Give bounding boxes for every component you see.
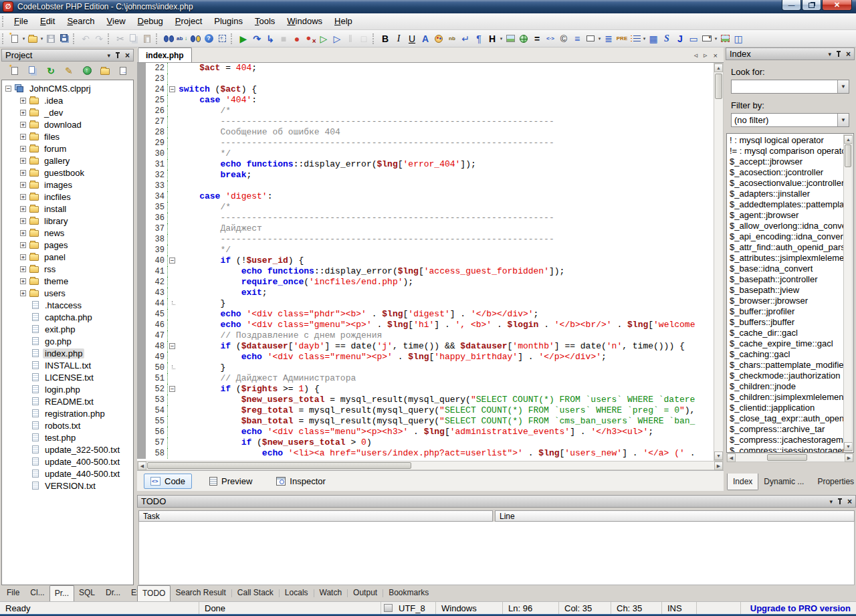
paste-button[interactable]: [140, 31, 154, 46]
breakpoint-margin[interactable]: [137, 159, 146, 170]
index-list-item[interactable]: != : mysql comparison operator: [727, 146, 843, 157]
index-list-item[interactable]: $_compress::archive_tar: [727, 424, 843, 435]
select-field-button[interactable]: [700, 31, 714, 46]
tab-code[interactable]: Code: [144, 474, 192, 489]
breakpoint-margin[interactable]: [137, 234, 146, 245]
italic-button[interactable]: I: [392, 31, 405, 46]
breakpoint-margin[interactable]: [137, 127, 146, 138]
index-list-item[interactable]: $_attr_find::auth_openid_parse: [727, 242, 843, 253]
horizontal-rule-button[interactable]: =: [530, 31, 544, 46]
tree-item[interactable]: update_400-500.txt: [2, 455, 133, 468]
code-line[interactable]: 28 Сообщение об ошибке 404: [137, 127, 714, 138]
tree-item[interactable]: INSTALL.txt: [2, 359, 133, 371]
code-line[interactable]: 42 require_once('incfiles/end.php');: [137, 277, 714, 288]
tree-item[interactable]: +library: [2, 215, 133, 227]
breakpoint-margin[interactable]: [137, 63, 146, 74]
expand-icon[interactable]: +: [20, 158, 26, 164]
index-list-item[interactable]: $_addedtemplates::pattemplate: [727, 199, 843, 210]
breakpoint-margin[interactable]: [137, 288, 146, 298]
code-editor[interactable]: 22 $act = 404;2324−switch ($act) {25 cas…: [137, 63, 714, 461]
menu-item-help[interactable]: Help: [328, 13, 358, 29]
breakpoint-margin[interactable]: [137, 309, 146, 320]
palette-button[interactable]: [432, 31, 445, 46]
pin-icon[interactable]: [836, 51, 841, 57]
tree-item[interactable]: +panel: [2, 251, 133, 263]
image-map-button[interactable]: [718, 31, 732, 46]
panel-tab-dr[interactable]: Dr...: [101, 585, 125, 601]
tree-item[interactable]: exit.php: [2, 323, 133, 335]
copy-file-button[interactable]: [25, 63, 41, 79]
breakpoint-margin[interactable]: [137, 363, 146, 373]
prev-tab-icon[interactable]: ◃: [694, 51, 698, 60]
tab-inspector[interactable]: Inspector: [270, 474, 332, 489]
index-list-item[interactable]: $_attributes::jsimplexmlelement: [727, 253, 843, 264]
index-list-item[interactable]: ! : mysql logical operator: [727, 135, 843, 146]
align-button[interactable]: ≣: [602, 31, 615, 46]
expand-icon[interactable]: +: [20, 242, 26, 248]
tab-index[interactable]: Index: [727, 474, 758, 490]
frames-button[interactable]: ◫: [732, 31, 745, 46]
terminate-button[interactable]: □: [357, 31, 370, 46]
breakpoint-margin[interactable]: [137, 106, 146, 116]
tree-item[interactable]: update_322-500.txt: [2, 443, 133, 455]
index-list-item[interactable]: $_compress::jcachestorageme: [727, 435, 843, 445]
fold-collapse-icon[interactable]: −: [169, 86, 175, 92]
breakpoint-margin[interactable]: [137, 202, 146, 213]
chevron-down-icon[interactable]: ▾: [714, 36, 718, 41]
close-button[interactable]: ✕: [822, 0, 852, 11]
code-line[interactable]: 50 }: [137, 363, 714, 373]
expand-icon[interactable]: +: [20, 182, 26, 188]
tree-item[interactable]: +rss: [2, 263, 133, 275]
tree-item[interactable]: LICENSE.txt: [2, 371, 133, 383]
tree-item[interactable]: +install: [2, 203, 133, 215]
heading-button[interactable]: H: [486, 31, 499, 46]
breakpoint-margin[interactable]: [137, 213, 146, 223]
maximize-editor-button[interactable]: [215, 31, 229, 46]
cut-button[interactable]: ✂: [114, 31, 127, 46]
code-line[interactable]: 31 echo functions::display_error($lng['e…: [137, 159, 714, 170]
breakpoint-margin[interactable]: [137, 74, 146, 84]
line-break-button[interactable]: ↵: [459, 31, 472, 46]
expand-icon[interactable]: +: [20, 110, 26, 116]
code-line[interactable]: 48− if ($datauser['dayb'] == date('j', t…: [137, 341, 714, 352]
breakpoint-margin[interactable]: [137, 277, 146, 288]
code-line[interactable]: 23: [137, 74, 714, 84]
tree-item[interactable]: +theme: [2, 275, 133, 287]
tree-item[interactable]: +guestbook: [2, 167, 133, 179]
breakpoint-margin[interactable]: [137, 170, 146, 181]
breakpoint-margin[interactable]: [137, 148, 146, 159]
tree-item[interactable]: .htaccess: [2, 299, 133, 311]
tree-item[interactable]: go.php: [2, 335, 133, 347]
menu-item-windows[interactable]: Windows: [281, 13, 328, 29]
index-list-item[interactable]: $_agent::jbrowser: [727, 210, 843, 221]
fold-collapse-icon[interactable]: −: [169, 386, 175, 392]
index-list-item[interactable]: $_buffer::jprofiler: [727, 306, 843, 317]
code-line[interactable]: 39 */: [137, 245, 714, 255]
index-list-item[interactable]: $_cache_dir::gacl: [727, 328, 843, 338]
menu-item-file[interactable]: File: [8, 13, 34, 29]
properties-button[interactable]: ✎: [61, 63, 77, 79]
filter-by-combobox[interactable]: (no filter) ▼: [731, 113, 849, 127]
restore-button[interactable]: [802, 0, 821, 11]
special-chars-button[interactable]: <·>: [544, 31, 557, 46]
form-button[interactable]: S: [660, 31, 673, 46]
tab-index-php[interactable]: index.php: [138, 47, 192, 62]
index-list-item[interactable]: $_allow_overlong::idna_convert: [727, 221, 843, 231]
insert-image-button[interactable]: [504, 31, 517, 46]
nbsp-button[interactable]: nb: [445, 31, 459, 46]
index-hscrollbar[interactable]: ◀ ▶: [726, 453, 854, 462]
panel-tab-call-stack[interactable]: Call Stack: [233, 585, 278, 601]
breakpoint-margin[interactable]: [137, 437, 146, 448]
open-file-button[interactable]: [26, 31, 39, 46]
panel-tab-bookmarks[interactable]: Bookmarks: [384, 585, 433, 601]
tab-dynamic[interactable]: Dynamic ...: [758, 474, 809, 490]
code-line[interactable]: 51 // Дайджест Администратора: [137, 373, 714, 384]
panel-menu-icon[interactable]: ▾: [828, 51, 831, 58]
index-list-item[interactable]: $_browser::jbrowser: [727, 296, 843, 306]
replace-button[interactable]: [175, 31, 189, 46]
code-line[interactable]: 40− if (!$user_id) {: [137, 255, 714, 266]
index-list-item[interactable]: $_close_tag_expr::auth_openid: [727, 413, 843, 424]
code-line[interactable]: 22 $act = 404;: [137, 63, 714, 74]
panel-tab-todo[interactable]: TODO: [137, 585, 171, 601]
menu-item-tools[interactable]: Tools: [249, 13, 281, 29]
